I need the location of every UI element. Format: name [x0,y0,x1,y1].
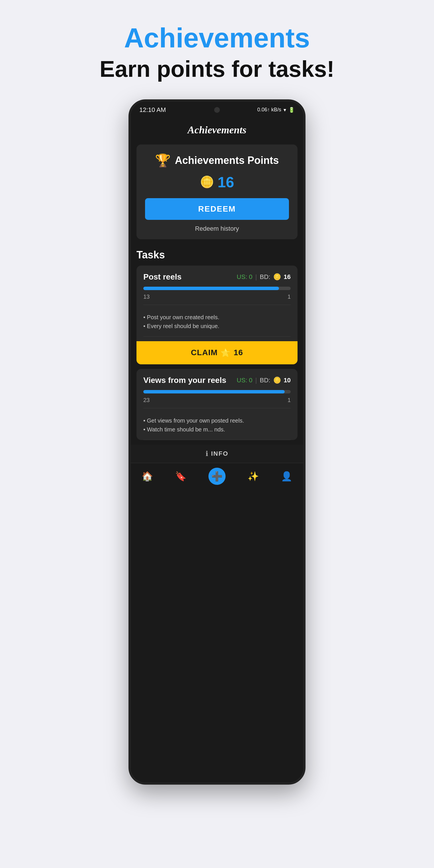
home-icon: 🏠 [142,471,153,482]
nav-profile[interactable]: 👤 [281,471,292,482]
phone-frame: 12:10 AM 0.06↑ kB/s ▾ 🔋 Achievements 🏆 A… [128,99,306,785]
info-label: INFO [211,450,228,457]
tasks-section: Tasks Post reels US: 0 | BD: 🪙 16 [131,242,303,444]
claim-label: CLAIM [191,348,218,357]
task-name-views: Views from your reels [143,376,226,385]
nav-home[interactable]: 🏠 [142,471,153,482]
task-card-header: Post reels US: 0 | BD: 🪙 16 [143,272,291,282]
points-value: 16 [218,174,234,191]
progress-current: 13 [143,293,150,300]
status-bar: 12:10 AM 0.06↑ kB/s ▾ 🔋 [131,102,303,118]
reward-bd-views: BD: [260,377,270,384]
tasks-heading: Tasks [136,249,298,261]
task-rewards-views: US: 0 | BD: 🪙 10 [237,377,291,384]
status-icons: 0.06↑ kB/s ▾ 🔋 [257,107,294,113]
task-rules-views: • Get views from your own posted reels. … [143,413,291,440]
reward-us: US: 0 [237,273,252,281]
task-card-views: Views from your reels US: 0 | BD: 🪙 10 2… [136,369,298,440]
task-rule-views-1: • Get views from your own posted reels. [143,417,291,424]
task-rewards: US: 0 | BD: 🪙 16 [237,273,291,281]
progress-bar-fill [143,287,279,290]
nav-sparkle[interactable]: ✨ [248,471,259,482]
task-name: Post reels [143,272,182,282]
info-bar: ℹ INFO [131,444,303,463]
battery-icon: 🔋 [288,107,294,113]
reward-coin-icon-views: 🪙 [273,377,281,384]
progress-bar-container [143,287,291,290]
reward-bd-value: 16 [284,273,291,281]
reward-coin-icon: 🪙 [273,273,281,281]
progress-bar-fill-views [143,390,285,394]
redeem-history-link[interactable]: Redeem history [145,225,289,232]
nav-saved[interactable]: 🔖 [175,471,186,482]
redeem-button[interactable]: REDEEM [145,198,289,220]
trophy-icon: 🏆 [155,153,171,168]
reward-bd-value-views: 10 [284,377,291,384]
reward-divider: | [255,273,257,281]
task-rule-1: • Post your own created reels. [143,314,291,321]
add-icon: ➕ [209,468,225,485]
task-card-header-views: Views from your reels US: 0 | BD: 🪙 10 [143,376,291,385]
task-rule-views-2: • Watch time should be m... nds. [143,426,291,433]
task-rule-2: • Every reel should be unique. [143,323,291,330]
wifi-icon: ▾ [283,107,286,113]
camera-notch [214,107,220,113]
claim-amount: 16 [234,348,243,357]
status-time: 12:10 AM [140,106,166,114]
profile-icon: 👤 [281,471,292,482]
reward-us-views: US: 0 [237,377,252,384]
points-display: 🪙 16 [145,174,289,191]
progress-bar-container-views [143,390,291,394]
page-header: Achievements Earn points for tasks! [0,0,434,99]
task-rules: • Post your own created reels. • Every r… [143,310,291,337]
progress-max: 1 [287,293,291,300]
app-bar: Achievements [131,118,303,142]
progress-numbers: 13 1 [143,293,291,305]
reward-divider-views: | [255,377,257,384]
network-speed: 0.06↑ kB/s [257,107,281,113]
points-card-header: 🏆 Achievements Points [145,153,289,168]
app-bar-title: Achievements [140,124,294,136]
sparkle-icon: ✨ [248,471,259,482]
progress-numbers-views: 23 1 [143,397,291,408]
progress-current-views: 23 [143,397,150,403]
coin-icon: 🪙 [200,175,214,189]
progress-max-views: 1 [287,397,291,403]
page-subtitle: Earn points for tasks! [11,56,423,82]
app-content: Achievements 🏆 Achievements Points 🪙 16 … [131,118,303,782]
info-icon: ℹ [206,450,208,458]
claim-button[interactable]: CLAIM ⭐ 16 [136,341,298,364]
points-card: 🏆 Achievements Points 🪙 16 REDEEM Redeem… [136,145,298,239]
task-card-post-reels: Post reels US: 0 | BD: 🪙 16 13 1 [136,266,298,364]
page-title: Achievements [11,23,423,53]
reward-bd: BD: [260,273,270,281]
claim-coin-icon: ⭐ [220,348,231,358]
saved-icon: 🔖 [175,471,186,482]
bottom-nav: 🏠 🔖 ➕ ✨ 👤 [131,463,303,492]
nav-add[interactable]: ➕ [209,468,225,485]
points-card-title: Achievements Points [175,154,279,166]
